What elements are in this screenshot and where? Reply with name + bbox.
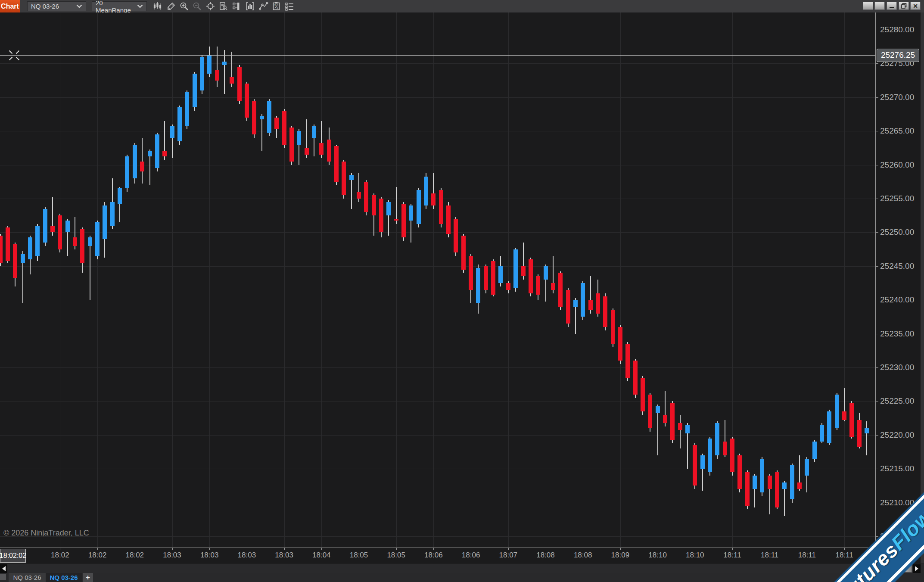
chevron-down-icon <box>76 4 82 8</box>
horizontal-gridline <box>0 97 875 98</box>
candle-down <box>603 296 607 327</box>
properties-button[interactable] <box>283 1 295 12</box>
time-tick-label: 18:02 <box>126 551 144 560</box>
price-tick-label: 25280.00 <box>880 25 914 34</box>
vertical-gridline <box>209 12 210 548</box>
candle-down <box>162 151 167 156</box>
candle-down <box>723 442 727 455</box>
candle-down <box>618 327 622 361</box>
candle-down <box>319 143 324 155</box>
minimize-button[interactable] <box>887 2 897 10</box>
time-tick <box>172 548 173 550</box>
zoom-out-button[interactable] <box>191 1 203 12</box>
candle-down <box>663 415 667 423</box>
time-tick-label: 18:07 <box>499 551 518 560</box>
interval-link-button[interactable] <box>874 2 885 10</box>
tab-nq-03-26-active[interactable]: NQ 03-26 <box>46 573 82 582</box>
crosshair-center-mark <box>16 50 19 54</box>
candle-down <box>768 476 772 489</box>
instrument-dropdown[interactable]: NQ 03-26 <box>27 1 86 11</box>
candle-down <box>491 261 495 295</box>
data-box-icon <box>219 2 228 11</box>
chart-style-button[interactable] <box>152 1 163 12</box>
time-tick <box>284 548 285 550</box>
horizontal-gridline <box>0 367 875 368</box>
price-tick-label: 25230.00 <box>880 363 914 372</box>
candle-up <box>827 411 831 443</box>
scroll-right-button[interactable] <box>913 564 921 573</box>
candle-up <box>43 209 47 243</box>
candle-down <box>73 237 77 246</box>
time-tick <box>695 548 695 550</box>
restore-button[interactable] <box>899 2 909 10</box>
candle-up <box>573 300 578 307</box>
candle-up <box>498 266 503 283</box>
time-tick <box>359 548 359 550</box>
candle-down <box>342 162 346 195</box>
time-tick-label: 18:03 <box>200 551 219 560</box>
candle-down <box>394 219 398 221</box>
strategies-button[interactable]: x x <box>271 1 282 12</box>
tab-nq-03-26-inactive[interactable]: NQ 03-26 <box>9 573 46 582</box>
candle-down <box>289 128 294 161</box>
zoom-in-button[interactable] <box>178 1 190 12</box>
candle-up <box>110 202 115 226</box>
candle-up <box>656 406 660 413</box>
candle-up <box>685 425 690 433</box>
period-dropdown[interactable]: 20 MeanRange <box>92 1 147 11</box>
price-axis[interactable]: 25276.25 25280.0025275.0025270.0025265.0… <box>875 12 924 548</box>
horizontal-gridline <box>0 199 875 199</box>
properties-icon <box>285 2 294 11</box>
candle-up <box>155 134 159 168</box>
price-tick <box>876 30 878 30</box>
price-tick <box>876 97 878 98</box>
svg-text:x: x <box>274 3 276 6</box>
candle-up <box>95 222 100 256</box>
time-axis[interactable]: 18:02:02 18:0218:0218:0218:0318:0318:031… <box>0 548 875 563</box>
candle-up <box>424 177 428 205</box>
candle-up <box>260 116 264 119</box>
price-tick-label: 25270.00 <box>880 93 914 102</box>
add-tab-button[interactable]: + <box>83 573 93 582</box>
crosshair-button[interactable] <box>205 1 216 12</box>
price-tick-label: 25245.00 <box>880 261 914 271</box>
candle-wick <box>261 114 262 151</box>
data-box-button[interactable] <box>218 1 229 12</box>
candle-up <box>820 425 824 442</box>
vertical-gridline <box>97 12 98 548</box>
time-tick-label: 18:06 <box>462 551 480 560</box>
time-tick <box>60 548 60 550</box>
instrument-link-button[interactable] <box>863 2 873 10</box>
indicators-button[interactable] <box>244 1 256 12</box>
candle-up <box>170 126 174 137</box>
drawing-tools-button[interactable] <box>258 1 269 12</box>
candle-down <box>215 70 219 81</box>
close-button[interactable]: ✕ <box>910 2 921 10</box>
candle-down <box>274 118 279 129</box>
candle-down <box>461 236 466 269</box>
candle-up <box>715 423 719 455</box>
candle-up <box>267 101 271 133</box>
chart-window-tab[interactable]: Chart <box>0 0 20 12</box>
crosshair-vertical-line <box>14 12 14 548</box>
chart-trader-button[interactable] <box>231 1 243 12</box>
horizontal-scrollbar[interactable] <box>0 563 924 573</box>
price-tick-label: 25260.00 <box>880 160 914 170</box>
price-tick-label: 25235.00 <box>880 329 914 339</box>
tab-scroll-grip[interactable] <box>0 574 6 580</box>
price-tick <box>876 232 878 233</box>
candle-down <box>327 140 331 162</box>
drawing-pencil-button[interactable] <box>165 1 177 12</box>
chart-plot-area[interactable]: © 2026 NinjaTrader, LLC <box>0 12 875 548</box>
candle-down <box>693 445 697 486</box>
candle-down <box>364 182 368 212</box>
scroll-left-button[interactable] <box>0 564 7 573</box>
candle-down <box>80 229 84 263</box>
candle-down <box>230 77 234 84</box>
arrow-left-icon <box>2 566 6 571</box>
time-tick <box>658 548 658 550</box>
candle-up <box>148 151 152 156</box>
vertical-gridline <box>770 12 770 548</box>
candle-down <box>446 205 451 234</box>
candle-down <box>357 192 361 199</box>
